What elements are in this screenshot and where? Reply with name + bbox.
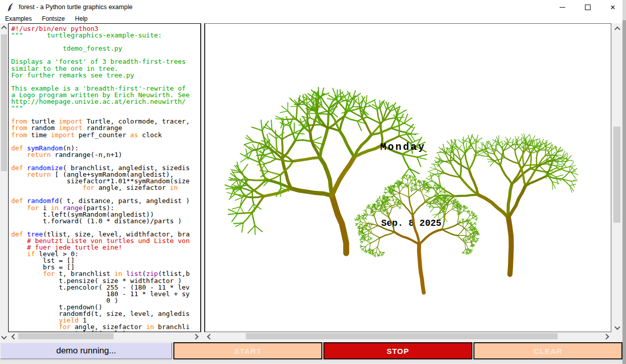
tree-branch	[252, 213, 255, 226]
hscroll-row	[0, 332, 622, 341]
code-hscroll-left-icon[interactable]	[10, 333, 18, 341]
code-vscroll-up-icon[interactable]	[0, 24, 8, 32]
tree-branch	[500, 166, 512, 184]
tree-branch	[562, 172, 569, 179]
code-hscroll-right-icon[interactable]	[192, 333, 200, 341]
minimize-button[interactable]	[557, 2, 568, 13]
tree-branch	[437, 152, 445, 153]
code-vscroll-bottom-icon[interactable]	[0, 333, 8, 341]
tree-branch	[385, 197, 386, 199]
close-button[interactable]: ×	[607, 2, 618, 13]
tree-branch	[410, 178, 411, 181]
tree-branch	[376, 211, 381, 212]
tree-branch	[408, 187, 409, 198]
tree-branch	[380, 252, 380, 255]
menu-examples[interactable]: Examples	[2, 15, 35, 23]
tree-branch	[570, 186, 572, 193]
tree-branch	[567, 160, 573, 161]
tree-branch	[256, 155, 265, 155]
tree-branch	[417, 157, 421, 167]
tree-branch	[366, 96, 367, 104]
tree-branch	[372, 251, 373, 253]
tree-branch	[469, 153, 476, 170]
tree-branch	[508, 137, 511, 143]
tree-branch	[430, 208, 434, 212]
code-hscroll-thumb[interactable]	[18, 333, 114, 339]
tree-branch	[394, 232, 419, 244]
tree-branch	[370, 238, 371, 240]
tree-branch	[362, 240, 365, 241]
tree-branch	[417, 154, 427, 157]
canvas-hscroll-left-icon[interactable]	[206, 333, 214, 341]
code-line: """	[11, 105, 200, 111]
code-hscrollbar[interactable]	[8, 332, 201, 341]
tree-branch	[252, 127, 262, 131]
tree-branch	[318, 114, 331, 115]
tree-branch	[455, 205, 455, 207]
tree-branch	[434, 173, 445, 174]
tree-branch	[530, 153, 531, 169]
canvas-vscroll-up-icon[interactable]	[613, 25, 621, 33]
canvas-vscrollbar[interactable]	[612, 23, 622, 332]
tree-branch	[366, 233, 372, 235]
tree-branch	[228, 209, 238, 213]
maximize-button[interactable]	[582, 2, 593, 13]
tree-branch	[337, 90, 338, 101]
tree-branch	[474, 224, 476, 225]
tree-branch	[363, 218, 365, 218]
tree-branch	[458, 214, 458, 215]
canvas-vscroll-thumb[interactable]	[613, 127, 620, 223]
tree-branch	[265, 159, 276, 164]
canvas-hscroll-right-icon[interactable]	[602, 333, 610, 341]
tree-branch	[439, 188, 440, 192]
tree-branch	[282, 106, 288, 111]
tree-branch	[408, 181, 411, 187]
tree-branch	[377, 255, 378, 256]
tree-branch	[310, 114, 317, 133]
canvas-hscroll-thumb[interactable]	[246, 333, 558, 339]
tree-branch	[376, 252, 378, 255]
tree-branch	[472, 218, 475, 219]
tree-branch	[491, 151, 497, 151]
tree-branch	[407, 174, 408, 176]
tree-branch	[402, 180, 403, 184]
tree-branch	[399, 205, 401, 205]
code-viewer[interactable]: #!/usr/bin/env python3""" turtlegraphics…	[8, 23, 201, 332]
tree-branch	[302, 117, 310, 118]
stop-button[interactable]: STOP	[323, 342, 472, 359]
tree-branch	[422, 192, 425, 202]
tree-branch	[393, 200, 395, 203]
tree-branch	[365, 235, 369, 237]
tree-branch	[383, 200, 384, 201]
clear-button[interactable]: CLEAR	[473, 342, 622, 359]
tree-branch	[384, 189, 386, 190]
canvas-hscrollbar[interactable]	[205, 332, 611, 341]
tree-branch	[419, 229, 442, 244]
menu-help[interactable]: Help	[72, 15, 91, 23]
tree-branch	[237, 180, 248, 180]
canvas-vscroll-down-icon[interactable]	[613, 323, 621, 331]
tree-branch	[235, 197, 242, 200]
tree-branch	[463, 224, 464, 229]
tree-branch	[362, 117, 371, 135]
tree-branch	[417, 157, 427, 159]
tree-branch	[370, 225, 372, 227]
tree-branch	[460, 207, 462, 207]
tree-branch	[270, 175, 280, 180]
start-button[interactable]: START	[173, 342, 322, 359]
status-label: demo running...	[0, 342, 172, 359]
tree-branch	[473, 240, 475, 241]
turtle-canvas[interactable]: MondaySep. 8 2025	[205, 23, 611, 332]
tree-branch	[409, 190, 417, 198]
code-vscroll-thumb[interactable]	[1, 34, 7, 171]
tree-branch	[229, 194, 235, 199]
tree-branch	[469, 213, 469, 216]
tree-branch	[424, 195, 430, 198]
tree-branch	[524, 154, 530, 166]
tree-branch	[276, 139, 277, 152]
code-vscrollbar[interactable]	[0, 23, 8, 341]
menu-fontsize[interactable]: Fontsize	[39, 15, 68, 23]
tree-branch	[571, 181, 574, 187]
tree-branch	[475, 217, 477, 218]
tree-branch	[466, 208, 468, 209]
